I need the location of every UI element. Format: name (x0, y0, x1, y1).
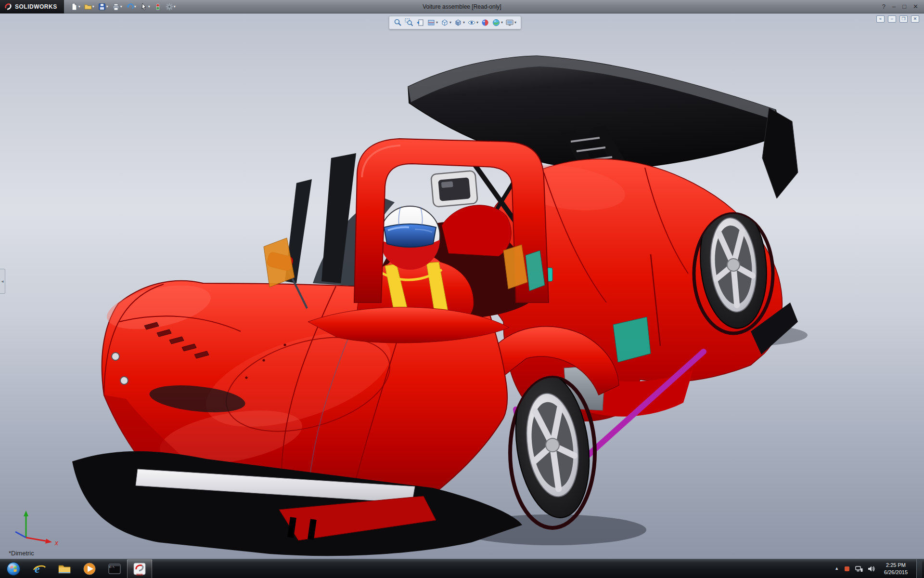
helmet-visor (384, 224, 436, 247)
doc-close-icon[interactable]: ✕ (911, 15, 919, 23)
system-tray: ▲ 2:25 PM 6/26/2015 (834, 559, 924, 578)
dropdown-caret[interactable]: ▾ (148, 5, 150, 9)
graphics-viewport[interactable]: ▾ ▾ ▾ ▾ (0, 13, 924, 559)
front-right-wheel[interactable] (485, 327, 619, 528)
select-cursor-icon (140, 3, 148, 11)
driver-helmet[interactable] (380, 206, 440, 270)
select-button[interactable]: ▾ (139, 2, 152, 12)
start-orb-icon (6, 562, 21, 576)
clock-date: 6/26/2015 (884, 569, 908, 576)
previous-view-button[interactable] (415, 18, 425, 27)
reference-triad: x (8, 508, 65, 548)
taskbar-internet-explorer[interactable]: e (27, 559, 52, 578)
model-canvas[interactable] (0, 13, 924, 559)
clock-time: 2:25 PM (884, 562, 908, 569)
show-hidden-icons-button[interactable]: ▲ (834, 566, 839, 571)
triad-x-label: x (54, 539, 59, 547)
display-style-button[interactable]: ▾ (453, 18, 465, 27)
media-player-icon (82, 562, 97, 576)
command-prompt-label: C:\ (109, 565, 115, 569)
display-style-cube-icon (454, 18, 462, 27)
toggle-task-pane-icon[interactable]: « (876, 15, 885, 23)
view-settings-button[interactable]: ▾ (505, 18, 517, 27)
title-bar: SOLIDWORKS ▾ ▾ ▾ (0, 0, 924, 13)
doc-minimize-icon[interactable]: – (888, 15, 896, 23)
headrest-fairing (442, 205, 511, 256)
rebuild-button[interactable] (153, 2, 163, 12)
windscreen-mirror-housing[interactable] (431, 171, 478, 207)
dropdown-caret[interactable]: ▾ (134, 5, 136, 9)
dropdown-caret[interactable]: ▾ (449, 21, 451, 25)
undo-arrow-icon (126, 3, 134, 11)
zoom-to-area-button[interactable] (404, 18, 414, 27)
edit-appearance-sphere-icon (481, 18, 489, 27)
zoom-to-area-icon (405, 18, 413, 27)
brand-text: SOLIDWORKS (15, 3, 57, 10)
dropdown-caret[interactable]: ▾ (514, 21, 516, 25)
minimize-button[interactable]: – (892, 3, 896, 10)
maximize-button[interactable]: □ (902, 3, 906, 10)
solidworks-app-year: 2015 (136, 573, 142, 576)
open-button[interactable]: ▾ (83, 2, 96, 12)
dropdown-caret[interactable]: ▾ (92, 5, 94, 9)
dropdown-caret[interactable]: ▾ (174, 5, 176, 9)
taskbar-command-prompt[interactable]: C:\ (102, 559, 127, 578)
taskbar-clock[interactable]: 2:25 PM 6/26/2015 (880, 562, 911, 576)
marker-light (120, 377, 128, 384)
dropdown-caret[interactable]: ▾ (463, 21, 465, 25)
apply-scene-globe-icon (492, 18, 500, 27)
view-orientation-button[interactable]: ▾ (440, 18, 452, 27)
document-window-controls: « – ❐ ✕ (876, 15, 919, 23)
dropdown-caret[interactable]: ▾ (436, 21, 438, 25)
options-gear-icon (166, 3, 173, 11)
print-icon (112, 3, 120, 11)
internet-explorer-icon: e (32, 562, 47, 576)
dropdown-caret[interactable]: ▾ (476, 21, 478, 25)
taskbar-solidworks-2015[interactable]: 2015 (127, 559, 152, 578)
close-button[interactable]: ✕ (913, 3, 918, 10)
hide-show-eye-icon (467, 18, 476, 27)
undo-button[interactable]: ▾ (125, 2, 138, 12)
edit-appearance-button[interactable] (480, 18, 490, 27)
marker-light (112, 353, 119, 360)
print-button[interactable]: ▾ (111, 2, 124, 12)
rebuild-traffic-light-icon (154, 3, 162, 11)
new-document-icon (70, 3, 78, 11)
start-button[interactable] (0, 559, 27, 578)
tray-app-icon[interactable] (844, 565, 850, 572)
zoom-to-fit-button[interactable] (393, 18, 403, 27)
volume-icon[interactable] (868, 565, 875, 572)
dropdown-caret[interactable]: ▾ (501, 21, 503, 25)
folder-icon (57, 562, 72, 576)
doc-restore-icon[interactable]: ❐ (899, 15, 908, 23)
taskbar-file-explorer[interactable] (52, 559, 77, 578)
view-settings-monitor-icon (505, 18, 514, 27)
open-folder-icon (84, 3, 92, 11)
section-view-icon (427, 18, 436, 27)
options-button[interactable]: ▾ (164, 2, 177, 12)
zoom-to-fit-icon (394, 18, 402, 27)
svg-text:e: e (35, 563, 40, 575)
show-desktop-button[interactable] (916, 559, 922, 578)
heads-up-view-toolbar: ▾ ▾ ▾ ▾ (389, 16, 521, 29)
save-button[interactable]: ▾ (97, 2, 110, 12)
hide-show-items-button[interactable]: ▾ (467, 18, 479, 27)
dropdown-caret[interactable]: ▾ (78, 5, 80, 9)
wing-endplate[interactable] (762, 108, 798, 198)
help-button[interactable]: ? (882, 3, 886, 10)
command-prompt-icon (107, 562, 122, 576)
taskbar-media-player[interactable] (77, 559, 102, 578)
save-floppy-icon (98, 3, 106, 11)
view-orientation-label: *Dimetric (9, 550, 34, 557)
windows-taskbar: e C:\ (0, 559, 924, 578)
dropdown-caret[interactable]: ▾ (120, 5, 122, 9)
dropdown-caret[interactable]: ▾ (106, 5, 108, 9)
apply-scene-button[interactable]: ▾ (491, 18, 503, 27)
solidworks-logo: SOLIDWORKS (0, 0, 64, 13)
view-orientation-cube-icon (440, 18, 449, 27)
section-view-button[interactable]: ▾ (426, 18, 438, 27)
main-toolbar: ▾ ▾ ▾ ▾ (64, 2, 177, 12)
network-icon[interactable] (855, 565, 863, 572)
new-document-button[interactable]: ▾ (69, 2, 82, 12)
window-controls: ? – □ ✕ (882, 3, 924, 10)
